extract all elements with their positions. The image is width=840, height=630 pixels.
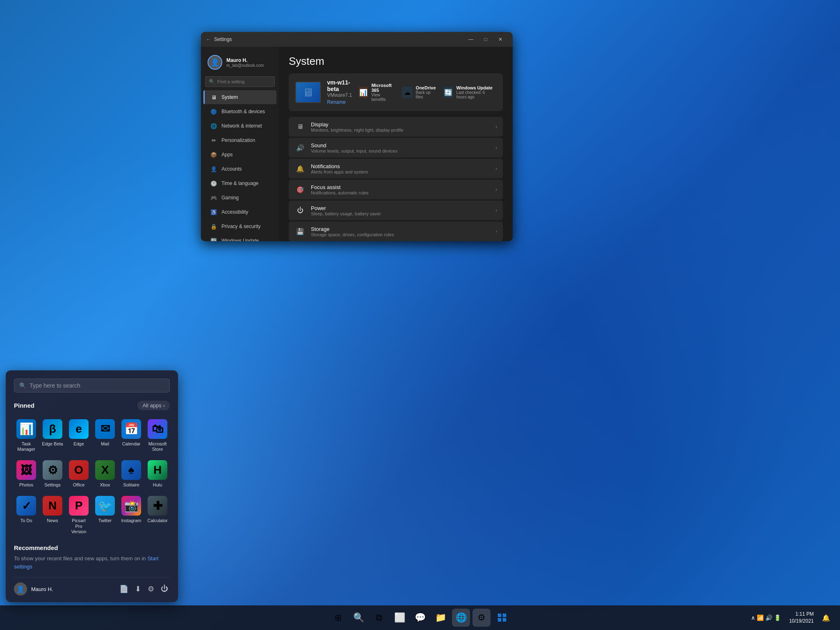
sidebar-item-network[interactable]: 🌐 Network & internet xyxy=(203,119,276,133)
pinned-app-edge-beta[interactable]: β Edge Beta xyxy=(40,416,65,455)
settings-item-display[interactable]: 🖥 Display Monitors, brightness, night li… xyxy=(289,117,503,137)
taskbar-task-view[interactable]: ⧉ xyxy=(370,609,388,627)
start-user[interactable]: 👤 Mauro H. xyxy=(14,582,53,596)
service-icon: 📊 xyxy=(358,87,368,98)
settings-icon[interactable]: ⚙ xyxy=(146,583,156,595)
minimize-button[interactable]: — xyxy=(463,32,478,47)
nav-icon-accessibility: ♿ xyxy=(210,208,217,216)
power-icon[interactable]: ⏻ xyxy=(159,583,170,595)
recommended-text: To show your recent files and new apps, … xyxy=(14,555,170,571)
sidebar-item-personalization[interactable]: ✏ Personalization xyxy=(203,133,276,147)
settings-item-storage[interactable]: 💾 Storage Storage space, drives, configu… xyxy=(289,221,503,241)
start-footer: 👤 Mauro H. 📄 ⬇ ⚙ ⏻ xyxy=(14,577,170,596)
nav-label-system: System xyxy=(221,94,238,100)
maximize-button[interactable]: □ xyxy=(478,32,493,47)
pc-service-windows-update[interactable]: 🔄 Windows Update Last checked: 6 hours a… xyxy=(443,83,496,102)
app-label: Hulu xyxy=(153,482,162,488)
notification-icon[interactable]: 🔔 xyxy=(819,612,833,623)
sidebar-item-time[interactable]: 🕐 Time & language xyxy=(203,176,276,190)
network-icon[interactable]: 📶 xyxy=(757,614,764,621)
sidebar-username: Mauro H. xyxy=(226,57,272,63)
settings-sidebar: 👤 Mauro H. m_lab@outlook.com 🔍 Find a se… xyxy=(201,47,279,241)
taskbar-widgets[interactable]: ⬜ xyxy=(390,609,409,627)
taskbar: ⊞ 🔍 ⧉ ⬜ 💬 📁 🌐 ⚙ 🟦🟦 🟦🟦 ∧ 📶 🔊 🔋 1:11 PM 10… xyxy=(0,605,840,630)
taskbar-edge[interactable]: 🌐 xyxy=(452,609,470,627)
pinned-app-xbox[interactable]: X Xbox xyxy=(93,457,117,491)
pinned-app-to-do[interactable]: ✓ To Do xyxy=(14,493,39,538)
chevron-right-icon: › xyxy=(495,124,497,130)
nav-label-privacy: Privacy & security xyxy=(221,224,260,229)
pinned-app-calendar[interactable]: 📅 Calendar xyxy=(119,416,144,455)
settings-titlebar: ← Settings — □ ✕ xyxy=(201,32,513,47)
start-username: Mauro H. xyxy=(31,586,53,592)
pc-name: vm-w11-beta xyxy=(327,79,352,92)
pc-rename-link[interactable]: Rename xyxy=(327,99,346,105)
documents-icon[interactable]: 📄 xyxy=(118,583,130,595)
sidebar-profile: 👤 Mauro H. m_lab@outlook.com xyxy=(201,51,279,74)
chevron-up-icon[interactable]: ∧ xyxy=(751,614,755,621)
app-label: Calculator xyxy=(147,518,168,523)
pinned-app-twitter[interactable]: 🐦 Twitter xyxy=(93,493,117,538)
taskbar-file-explorer[interactable]: 📁 xyxy=(431,609,450,627)
clock-date: 10/19/2021 xyxy=(789,618,814,625)
volume-icon[interactable]: 🔊 xyxy=(765,614,772,621)
sidebar-item-apps[interactable]: 📦 Apps xyxy=(203,148,276,162)
app-icon: e xyxy=(69,419,89,439)
app-icon: 📸 xyxy=(121,496,141,516)
sidebar-item-privacy[interactable]: 🔒 Privacy & security xyxy=(203,219,276,233)
pinned-app-mail[interactable]: ✉ Mail xyxy=(93,416,117,455)
settings-list: 🖥 Display Monitors, brightness, night li… xyxy=(289,117,503,241)
taskbar-clock[interactable]: 1:11 PM 10/19/2021 xyxy=(786,609,817,626)
sidebar-item-bluetooth[interactable]: 🔵 Bluetooth & devices xyxy=(203,105,276,119)
pinned-app-instagram[interactable]: 📸 Instagram xyxy=(119,493,144,538)
pinned-app-edge[interactable]: e Edge xyxy=(66,416,91,455)
taskbar-more-apps[interactable]: 🟦🟦 🟦🟦 xyxy=(493,609,511,627)
pinned-app-solitaire[interactable]: ♠ Solitaire xyxy=(119,457,144,491)
pinned-header: Pinned All apps › xyxy=(14,401,170,410)
pc-vm: VMware7.1 xyxy=(327,92,352,98)
pinned-app-picsart-pro-version[interactable]: P Picsart Pro Version xyxy=(66,493,91,538)
pc-service-microsoft-365[interactable]: 📊 Microsoft 365 View benefits xyxy=(358,83,395,102)
app-label: News xyxy=(47,518,58,523)
sidebar-item-accounts[interactable]: 👤 Accounts xyxy=(203,162,276,176)
settings-item-notifications[interactable]: 🔔 Notifications Alerts from apps and sys… xyxy=(289,159,503,178)
sidebar-item-windows-update[interactable]: 🔄 Windows Update xyxy=(203,234,276,241)
window-title: Settings xyxy=(214,37,232,42)
pinned-app-news[interactable]: N News xyxy=(40,493,65,538)
battery-icon[interactable]: 🔋 xyxy=(774,614,781,621)
sidebar-search[interactable]: 🔍 Find a setting xyxy=(205,76,275,87)
settings-item-sound[interactable]: 🔊 Sound Volume levels, output, input, so… xyxy=(289,138,503,158)
start-search-bar[interactable]: 🔍 Type here to search xyxy=(14,379,170,393)
start-button[interactable]: ⊞ xyxy=(329,609,347,627)
all-apps-button[interactable]: All apps › xyxy=(137,401,170,410)
sidebar-item-gaming[interactable]: 🎮 Gaming xyxy=(203,191,276,205)
app-label: Office xyxy=(73,482,85,488)
pinned-app-settings[interactable]: ⚙ Settings xyxy=(40,457,65,491)
pinned-app-photos[interactable]: 🖼 Photos xyxy=(14,457,39,491)
taskbar-search[interactable]: 🔍 xyxy=(349,609,368,627)
sidebar-nav: 🖥 System 🔵 Bluetooth & devices 🌐 Network… xyxy=(201,90,279,241)
pinned-app-task-manager[interactable]: 📊 Task Manager xyxy=(14,416,39,455)
sidebar-item-accessibility[interactable]: ♿ Accessibility xyxy=(203,205,276,219)
page-title: System xyxy=(289,55,503,68)
start-user-avatar: 👤 xyxy=(14,582,27,596)
pinned-app-office[interactable]: O Office xyxy=(66,457,91,491)
taskbar-sys-icons: ∧ 📶 🔊 🔋 xyxy=(748,613,784,623)
nav-icon-windows-update: 🔄 xyxy=(210,237,217,241)
sidebar-item-system[interactable]: 🖥 System xyxy=(203,90,276,104)
taskbar-chat[interactable]: 💬 xyxy=(411,609,429,627)
pc-service-onedrive[interactable]: ☁ OneDrive Back up files xyxy=(402,83,437,102)
settings-item-focus-assist[interactable]: 🎯 Focus assist Notifications, automatic … xyxy=(289,180,503,199)
item-icon: ⏻ xyxy=(294,205,306,216)
taskbar-settings[interactable]: ⚙ xyxy=(472,609,491,627)
pinned-app-hulu[interactable]: H Hulu xyxy=(145,457,170,491)
window-controls: — □ ✕ xyxy=(463,32,508,47)
back-icon[interactable]: ← xyxy=(206,37,211,42)
pinned-app-microsoft-store[interactable]: 🛍 Microsoft Store xyxy=(145,416,170,455)
downloads-icon[interactable]: ⬇ xyxy=(133,583,143,595)
close-button[interactable]: ✕ xyxy=(493,32,508,47)
app-icon: 📅 xyxy=(121,419,141,439)
pinned-app-calculator[interactable]: ✚ Calculator xyxy=(145,493,170,538)
settings-item-power[interactable]: ⏻ Power Sleep, battery usage, battery sa… xyxy=(289,201,503,220)
sidebar-user-info: Mauro H. m_lab@outlook.com xyxy=(226,57,272,68)
